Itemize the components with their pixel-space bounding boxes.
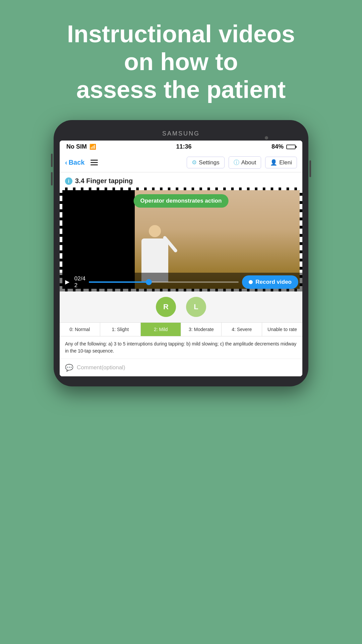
rating-4-label: 4: Severe (232, 327, 252, 332)
video-player[interactable]: Operator demonstrates action ► 02/4 2 (60, 187, 302, 291)
hamburger-line (90, 160, 98, 161)
back-label: Back (69, 159, 85, 166)
rating-4-button[interactable]: 4: Severe (222, 323, 262, 336)
play-button[interactable]: ► (64, 278, 71, 286)
settings-button[interactable]: ⚙ Settings (187, 157, 224, 168)
time-counter: 02/4 2 (74, 275, 85, 289)
person-head (149, 225, 161, 237)
status-right: 84% (272, 143, 296, 150)
progress-thumb[interactable] (146, 279, 152, 285)
section-title-text: 3.4 Finger tapping (75, 177, 133, 185)
carrier-text: No SIM (66, 143, 87, 150)
headline-text: Instructional videos on how to assess th… (0, 0, 362, 117)
status-bar: No SIM 📶 11:36 84% (60, 141, 302, 153)
main-content: i 3.4 Finger tapping (60, 172, 302, 376)
rating-3-label: 3: Moderate (189, 327, 214, 332)
about-label: About (241, 159, 256, 166)
progress-bar-fill (89, 281, 149, 283)
wifi-icon: 📶 (89, 144, 96, 150)
side-selection: R L (60, 291, 302, 322)
rating-0-label: 0: Normal (70, 327, 90, 332)
video-action-label: Operator demonstrates action (134, 194, 229, 208)
left-side-label: L (194, 303, 198, 311)
record-video-button[interactable]: Record video (242, 275, 298, 289)
settings-label: Settings (199, 159, 219, 166)
status-left: No SIM 📶 (66, 143, 96, 150)
hamburger-line (90, 164, 98, 165)
video-controls-bar: ► 02/4 2 Record video (60, 273, 302, 291)
headline-line2: on how to (124, 48, 238, 75)
volume-down-button (51, 172, 53, 185)
video-label-text: Operator demonstrates action (140, 198, 222, 204)
rating-unable-button[interactable]: Unable to rate (262, 323, 302, 336)
phone-device: SAMSUNG No SIM 📶 11:36 84% (0, 120, 362, 386)
comment-icon: 💬 (65, 364, 73, 372)
rating-2-label: 2: Mild (154, 327, 168, 332)
hamburger-line (90, 162, 98, 163)
user-label: Eleni (279, 159, 292, 166)
rating-1-label: 1: Slight (112, 327, 129, 332)
gear-icon: ⚙ (192, 159, 197, 166)
rating-1-button[interactable]: 1: Slight (100, 323, 141, 336)
headline-line3: assess the patient (76, 76, 286, 103)
progress-bar-track[interactable] (89, 281, 239, 283)
phone-body: SAMSUNG No SIM 📶 11:36 84% (54, 120, 308, 386)
about-button[interactable]: ⓘ About (229, 156, 261, 169)
info-icon: ⓘ (234, 159, 239, 166)
record-label: Record video (255, 279, 292, 285)
user-button[interactable]: 👤 Eleni (265, 157, 297, 168)
user-icon: 👤 (270, 159, 277, 166)
power-button (309, 160, 311, 177)
info-circle-icon: i (65, 177, 72, 185)
battery-icon (286, 145, 296, 149)
clock-display: 11:36 (176, 143, 191, 150)
back-button[interactable]: ‹ Back (65, 159, 84, 166)
comment-placeholder[interactable]: Comment(optional) (77, 364, 125, 371)
record-dot-icon (249, 280, 253, 284)
phone-screen: No SIM 📶 11:36 84% ‹ Back (60, 141, 302, 376)
section-title: i 3.4 Finger tapping (60, 172, 302, 187)
headline-line1: Instructional videos (67, 20, 295, 47)
rating-unable-label: Unable to rate (267, 327, 297, 332)
arm-raised (162, 235, 178, 253)
comment-section: 💬 Comment(optional) (60, 359, 302, 376)
volume-up-button (51, 154, 53, 167)
back-chevron-icon: ‹ (65, 159, 67, 166)
rating-3-button[interactable]: 3: Moderate (181, 323, 222, 336)
battery-percent: 84% (272, 143, 284, 150)
front-camera (265, 136, 268, 140)
right-side-button[interactable]: R (156, 297, 176, 317)
rating-0-button[interactable]: 0: Normal (60, 323, 100, 336)
time-code2: 2 (74, 282, 77, 288)
right-side-label: R (163, 303, 169, 311)
rating-row: 0: Normal 1: Slight 2: Mild 3: Moderate … (60, 322, 302, 336)
menu-button[interactable] (90, 160, 98, 165)
rating-2-button[interactable]: 2: Mild (141, 323, 181, 336)
left-side-button[interactable]: L (186, 297, 206, 317)
time-code: 02/4 (74, 275, 85, 282)
description-text: Any of the following: a) 3 to 5 interrup… (60, 336, 302, 359)
navigation-bar: ‹ Back ⚙ Settings ⓘ About (60, 153, 302, 172)
